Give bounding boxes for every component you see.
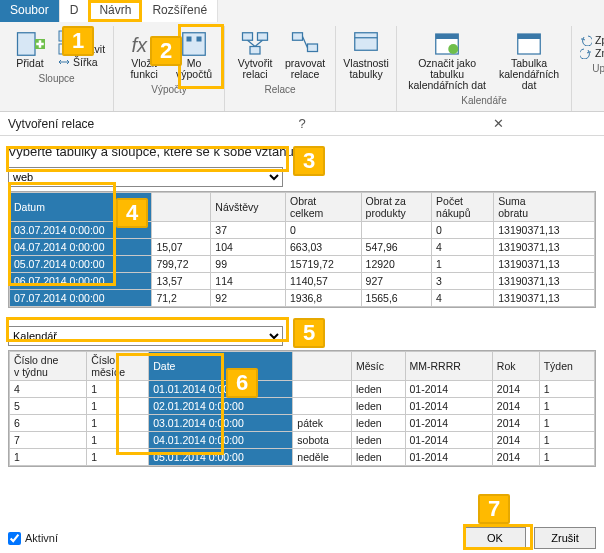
ok-button[interactable]: OK [464, 527, 526, 549]
tab-d[interactable]: D [60, 0, 90, 22]
svg-rect-12 [258, 33, 268, 41]
svg-point-20 [448, 44, 458, 54]
dialog-footer: Aktivní OK Zrušit [0, 521, 604, 553]
table-properties-icon [351, 30, 381, 58]
table-properties-label: Vlastnosti tabulky [343, 58, 389, 80]
callout-3: 3 [293, 146, 325, 176]
group-relace: Vytvořit relaci pravovat relace Relace [225, 26, 336, 111]
svg-rect-13 [250, 47, 260, 55]
table-row[interactable]: 07.07.2014 0:00:0071,2921936,81565,64131… [10, 290, 595, 307]
callout-2: 2 [150, 36, 182, 66]
group-upravit: Zpět ▾ Znovu ▾ Upravit [572, 26, 604, 111]
group-relace-label: Relace [265, 82, 296, 98]
table-row[interactable]: 4101.01.2014 0:00:00leden01-201420141 [10, 381, 595, 398]
ribbon: Soubor D Návrh Rozšířené Přidat Ukotvi [0, 0, 604, 112]
callout-5: 5 [293, 318, 325, 348]
active-checkbox[interactable]: Aktivní [8, 532, 58, 545]
svg-rect-15 [308, 44, 318, 52]
table-header[interactable] [152, 193, 211, 222]
callout-4: 4 [116, 198, 148, 228]
mark-date-table-button[interactable]: Označit jako tabulku kalendářních dat [403, 28, 491, 93]
dialog-titlebar: Vytvoření relace ? ✕ [0, 112, 604, 136]
create-relation-label: Vytvořit relaci [238, 58, 273, 80]
svg-rect-10 [197, 37, 202, 42]
dialog-body: Vyberte tabulky a sloupce, které se k so… [0, 136, 604, 471]
calc-options-icon [179, 30, 209, 58]
column-width-button[interactable]: Šířka [58, 56, 105, 68]
svg-rect-16 [355, 33, 378, 51]
callout-7: 7 [478, 494, 510, 524]
manage-relations-icon [290, 30, 320, 58]
redo-button[interactable]: Znovu ▾ [580, 47, 604, 59]
svg-rect-8 [183, 33, 206, 56]
table-header[interactable]: MM-RRRR [405, 352, 492, 381]
help-button[interactable]: ? [204, 116, 400, 131]
create-relation-button[interactable]: Vytvořit relaci [231, 28, 279, 82]
calendar-mark-icon [432, 30, 462, 58]
date-table-label: Tabulka kalendářních dat [495, 58, 563, 91]
group-table-props: Vlastnosti tabulky [336, 26, 397, 111]
grid-2[interactable]: Číslo dne v týdnuČíslo měsíceDateMěsícMM… [8, 350, 596, 467]
group-upravit-label: Upravit [592, 61, 604, 77]
tab-navrh[interactable]: Návrh [89, 0, 142, 22]
table-header[interactable]: Obrat za produkty [361, 193, 432, 222]
add-column-button[interactable]: Přidat [6, 28, 54, 71]
dialog-title: Vytvoření relace [8, 117, 204, 131]
add-column-icon [15, 30, 45, 58]
svg-rect-3 [36, 43, 44, 46]
group-sloupce-label: Sloupce [38, 71, 74, 87]
table-header[interactable]: Počet nákupů [432, 193, 494, 222]
svg-text:fx: fx [132, 34, 149, 56]
table-header[interactable]: Suma obratu [494, 193, 595, 222]
manage-relations-label: pravovat relace [285, 58, 325, 80]
calendar-table-icon [514, 30, 544, 58]
group-vypocty-label: Výpočty [151, 82, 187, 98]
table-row[interactable]: 1105.01.2014 0:00:00neděleleden01-201420… [10, 449, 595, 466]
svg-rect-9 [187, 37, 192, 42]
table-row[interactable]: 06.07.2014 0:00:0013,571141140,579273131… [10, 273, 595, 290]
table-row[interactable]: 7104.01.2014 0:00:00sobotaleden01-201420… [10, 432, 595, 449]
manage-relations-button[interactable]: pravovat relace [281, 28, 329, 82]
table-header[interactable]: Návštěvy [211, 193, 286, 222]
table-row[interactable]: 6103.01.2014 0:00:00pátekleden01-2014201… [10, 415, 595, 432]
combo-table-1[interactable]: web [8, 167, 283, 187]
table-header[interactable]: Týden [539, 352, 594, 381]
table-row[interactable]: 03.07.2014 0:00:00370013190371,13 [10, 222, 595, 239]
table-header[interactable]: Měsíc [351, 352, 405, 381]
table-row[interactable]: 5102.01.2014 0:00:00leden01-201420141 [10, 398, 595, 415]
close-button[interactable]: ✕ [400, 116, 596, 131]
active-checkbox-input[interactable] [8, 532, 21, 545]
combo-table-2[interactable]: Kalendář [8, 326, 283, 346]
table-header[interactable]: Číslo dne v týdnu [10, 352, 87, 381]
ribbon-tabs: Soubor D Návrh Rozšířené [0, 0, 604, 22]
svg-rect-19 [436, 34, 459, 39]
table-header[interactable]: Rok [492, 352, 539, 381]
date-table-button[interactable]: Tabulka kalendářních dat [493, 28, 565, 93]
svg-rect-11 [243, 33, 253, 41]
tab-soubor[interactable]: Soubor [0, 0, 60, 22]
group-kalendare-label: Kalendáře [461, 93, 507, 109]
group-kalendare: Označit jako tabulku kalendářních dat Ta… [397, 26, 572, 111]
tab-rozsirene[interactable]: Rozšířené [142, 0, 218, 22]
group-sloupce: Přidat Ukotvit Šířka Sloupce [0, 26, 114, 111]
svg-rect-0 [18, 33, 36, 56]
table-row[interactable]: 04.07.2014 0:00:0015,07104663,03547,9641… [10, 239, 595, 256]
table-header[interactable]: Date [149, 352, 293, 381]
mark-date-table-label: Označit jako tabulku kalendářních dat [405, 58, 489, 91]
callout-1: 1 [62, 26, 94, 56]
svg-rect-22 [518, 34, 541, 39]
table-header[interactable]: Obrat celkem [285, 193, 361, 222]
callout-6: 6 [226, 368, 258, 398]
create-relation-icon [240, 30, 270, 58]
table-header[interactable] [293, 352, 352, 381]
grid-1[interactable]: DatumNávštěvyObrat celkemObrat za produk… [8, 191, 596, 308]
add-column-label: Přidat [16, 58, 43, 69]
table-row[interactable]: 05.07.2014 0:00:00799,729915719,72129201… [10, 256, 595, 273]
table-properties-button[interactable]: Vlastnosti tabulky [342, 28, 390, 82]
table-header[interactable]: Číslo měsíce [87, 352, 149, 381]
svg-rect-14 [293, 33, 303, 41]
cancel-button[interactable]: Zrušit [534, 527, 596, 549]
undo-button[interactable]: Zpět ▾ [580, 34, 604, 46]
